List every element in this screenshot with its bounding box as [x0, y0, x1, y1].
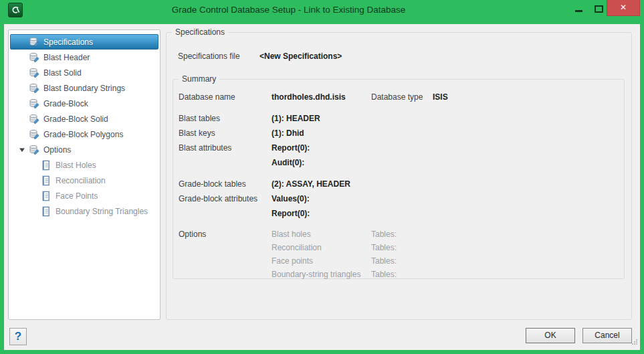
specifications-file-row: Specifications file <New Specifications>: [178, 52, 342, 61]
summary-right-label: Database type: [371, 92, 433, 102]
summary-field-value: (2): ASSAY, HEADER: [272, 179, 371, 189]
expander-spacer: [19, 68, 29, 78]
sidebar-item-label: Boundary String Triangles: [56, 207, 148, 216]
expander-spacer: [19, 52, 29, 62]
specifications-groupbox: Specifications Specifications file <New …: [166, 32, 632, 320]
summary-row: Report(0):: [179, 206, 624, 221]
sidebar-item-label: Grade-Block: [43, 99, 88, 108]
cancel-button[interactable]: Cancel: [582, 328, 632, 343]
dialog-window: Grade Control Database Setup - Link to E…: [0, 0, 644, 354]
summary-field-value: Audit(0):: [272, 158, 371, 167]
maximize-button[interactable]: [595, 5, 603, 13]
expander-spacer: [19, 129, 29, 139]
summary-field-value: thordholes.dhd.isis: [272, 92, 371, 102]
database-edit-icon: [29, 37, 39, 48]
summary-field-value: Report(0):: [272, 143, 371, 153]
summary-section: Blast tables(1): HEADERBlast keys(1): Dh…: [179, 111, 624, 170]
footer-bar: ? OK Cancel: [4, 320, 640, 350]
summary-right-label: Tables:: [371, 243, 433, 252]
title-bar[interactable]: Grade Control Database Setup - Link to E…: [0, 0, 644, 20]
database-edit-icon: [29, 129, 39, 140]
sidebar-item-blast-boundary-strings[interactable]: Blast Boundary Strings: [10, 80, 158, 96]
sidebar-item-grade-block[interactable]: Grade-Block: [10, 96, 158, 111]
sidebar-item-label: Blast Header: [43, 53, 90, 62]
summary-row: OptionsBlast holesTables:: [179, 228, 624, 241]
resize-grip-icon[interactable]: [631, 336, 638, 348]
database-edit-icon: [29, 83, 39, 94]
sidebar-item-label: Reconciliation: [56, 176, 106, 185]
summary-field-value: Values(0):: [272, 194, 371, 203]
summary-field-value: Reconciliation: [272, 243, 371, 252]
expand-arrow-icon[interactable]: [19, 145, 29, 155]
groupbox-title: Summary: [179, 74, 219, 84]
summary-row: Database namethordholes.dhd.isisDatabase…: [179, 90, 624, 104]
summary-field-label: Blast keys: [179, 128, 272, 138]
summary-field-value: Blast holes: [272, 230, 371, 239]
document-icon: [41, 206, 51, 217]
expander-spacer: [31, 206, 41, 216]
summary-row: ReconciliationTables:: [179, 241, 624, 254]
sidebar-item-label: Options: [43, 145, 71, 155]
summary-right-label: Tables:: [371, 270, 433, 279]
summary-row: Face pointsTables:: [179, 254, 624, 268]
expander-spacer: [19, 83, 29, 93]
summary-field-value: Report(0):: [272, 209, 371, 218]
sidebar-item-label: Blast Solid: [43, 68, 82, 78]
sidebar-item-boundary-string-triangles[interactable]: Boundary String Triangles: [10, 203, 158, 219]
close-button[interactable]: ✕: [607, 0, 640, 16]
sidebar-item-grade-block-polygons[interactable]: Grade-Block Polygons: [10, 126, 158, 142]
summary-field-value: (1): HEADER: [272, 114, 371, 123]
help-button[interactable]: ?: [9, 328, 27, 345]
expander-spacer: [19, 37, 29, 47]
summary-field-label: Blast attributes: [179, 143, 272, 153]
database-edit-icon: [29, 145, 39, 155]
sidebar-item-label: Blast Holes: [56, 161, 96, 170]
database-edit-icon: [29, 98, 39, 109]
minimize-button[interactable]: [575, 10, 582, 12]
groupbox-title: Specifications: [172, 27, 228, 37]
summary-right-label: Tables:: [371, 256, 433, 266]
navigation-tree: SpecificationsBlast HeaderBlast SolidBla…: [8, 29, 160, 320]
summary-section: OptionsBlast holesTables:ReconciliationT…: [179, 228, 624, 281]
summary-right-label: Tables:: [371, 230, 433, 239]
expander-spacer: [31, 191, 41, 201]
sidebar-item-blast-header[interactable]: Blast Header: [10, 50, 158, 65]
sidebar-item-label: Blast Boundary Strings: [43, 84, 125, 93]
expander-spacer: [31, 175, 41, 185]
database-edit-icon: [29, 52, 39, 63]
summary-row: Grade-block attributesValues(0):: [179, 191, 624, 206]
sidebar-item-face-points[interactable]: Face Points: [10, 188, 158, 203]
document-icon: [41, 175, 51, 186]
summary-right-value: ISIS: [433, 92, 624, 102]
summary-row: Blast tables(1): HEADER: [179, 111, 624, 126]
expander-spacer: [19, 98, 29, 108]
summary-field-label: Grade-block attributes: [179, 194, 272, 203]
summary-section: Database namethordholes.dhd.isisDatabase…: [179, 90, 624, 104]
sidebar-item-specifications[interactable]: Specifications: [10, 34, 158, 50]
summary-field-value: Face points: [272, 256, 371, 266]
sidebar-item-reconciliation[interactable]: Reconciliation: [10, 173, 158, 188]
sidebar-item-label: Face Points: [56, 191, 98, 201]
dialog-body: SpecificationsBlast HeaderBlast SolidBla…: [4, 24, 640, 350]
document-icon: [41, 191, 51, 201]
ok-button[interactable]: OK: [526, 328, 575, 343]
summary-row: Grade-block tables(2): ASSAY, HEADER: [179, 177, 624, 191]
sidebar-item-blast-holes[interactable]: Blast Holes: [10, 157, 158, 173]
sidebar-item-grade-block-solid[interactable]: Grade-Block Solid: [10, 111, 158, 126]
sidebar-item-label: Grade-Block Polygons: [43, 130, 123, 139]
app-icon: [8, 3, 23, 17]
sidebar-item-label: Grade-Block Solid: [43, 114, 108, 124]
summary-field-label: Blast tables: [179, 114, 272, 123]
summary-content: Database namethordholes.dhd.isisDatabase…: [173, 80, 624, 281]
window-title: Grade Control Database Setup - Link to E…: [40, 0, 537, 20]
summary-row: Audit(0):: [179, 155, 624, 170]
summary-groupbox: Summary Database namethordholes.dhd.isis…: [173, 79, 625, 279]
database-edit-icon: [29, 114, 39, 124]
sidebar-item-blast-solid[interactable]: Blast Solid: [10, 65, 158, 80]
summary-row: Boundary-string trianglesTables:: [179, 268, 624, 281]
summary-field-label: Database name: [179, 92, 272, 102]
summary-field-value: (1): Dhid: [272, 128, 371, 138]
summary-row: Blast keys(1): Dhid: [179, 126, 624, 141]
sidebar-item-options[interactable]: Options: [10, 142, 158, 157]
summary-field-label: Grade-block tables: [179, 179, 272, 189]
